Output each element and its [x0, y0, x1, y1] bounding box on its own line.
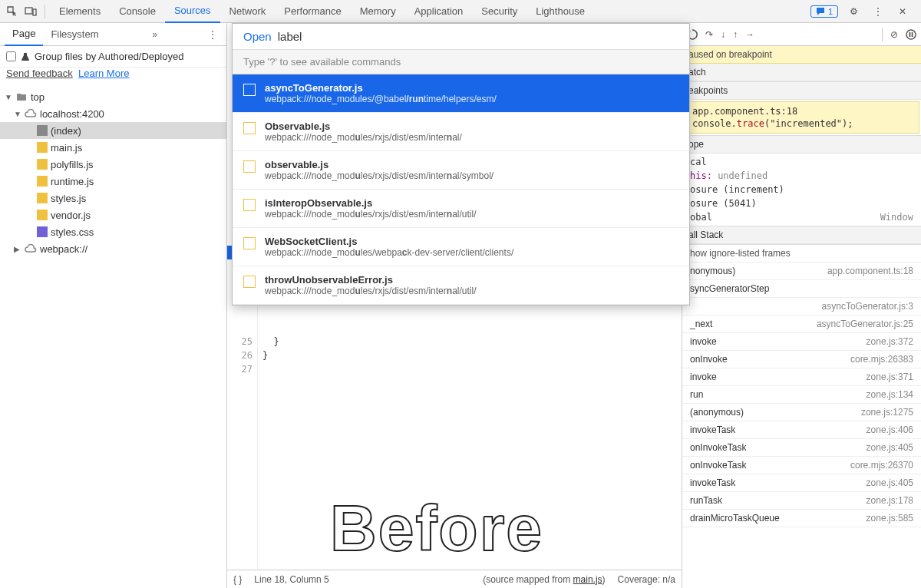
- scope-this: his: undefined: [682, 169, 921, 183]
- tree-node[interactable]: ▼top: [0, 88, 226, 105]
- stack-frame[interactable]: (anonymous)zone.js:1275: [682, 404, 921, 421]
- tree-node[interactable]: polyfills.js: [0, 156, 226, 173]
- svg-rect-0: [25, 8, 32, 14]
- call-stack: nonymous)app.component.ts:18syncGenerato…: [682, 263, 921, 588]
- scope-closure-2[interactable]: osure (5041): [682, 197, 921, 210]
- tree-node[interactable]: ▼localhost:4200: [0, 105, 226, 122]
- stack-frame[interactable]: invokeTaskzone.js:405: [682, 474, 921, 492]
- pretty-print-icon[interactable]: { }: [233, 574, 242, 585]
- stack-frame[interactable]: runTaskzone.js:178: [682, 492, 921, 510]
- stack-frame[interactable]: invokezone.js:371: [682, 368, 921, 386]
- group-files-checkbox[interactable]: [6, 51, 16, 61]
- quick-open-item[interactable]: asyncToGenerator.jswebpack:///node_modul…: [233, 74, 689, 113]
- group-files-checkbox-label[interactable]: Group files by Authored/Deployed: [6, 51, 220, 62]
- scope-global[interactable]: obalWindow: [682, 210, 921, 224]
- svg-point-2: [906, 30, 916, 39]
- close-icon[interactable]: ✕: [893, 2, 912, 21]
- quick-open-item[interactable]: isInteropObservable.jswebpack:///node_mo…: [233, 190, 689, 228]
- quick-open-item[interactable]: Observable.jswebpack:///node_modules/rxj…: [233, 113, 689, 151]
- navigator-tab-page[interactable]: Page: [5, 23, 43, 46]
- quick-open-header: Open: [233, 24, 689, 50]
- cursor-position: Line 18, Column 5: [254, 574, 328, 585]
- tab-security[interactable]: Security: [472, 0, 527, 23]
- quick-open-item[interactable]: throwUnobservableError.jswebpack:///node…: [233, 266, 689, 305]
- stack-frame[interactable]: syncGeneratorStep: [682, 280, 921, 298]
- tab-elements[interactable]: Elements: [50, 0, 110, 23]
- separator: [882, 28, 883, 41]
- group-files-bar: Group files by Authored/Deployed: [0, 46, 226, 68]
- inspect-icon[interactable]: [3, 2, 21, 21]
- mapped-file-link[interactable]: main.js: [573, 574, 602, 585]
- file-icon: [243, 276, 256, 288]
- step-out-icon[interactable]: ↑: [733, 29, 738, 40]
- step-over-icon[interactable]: ↷: [705, 29, 713, 40]
- tree-node[interactable]: runtime.js: [0, 173, 226, 190]
- source-mapped: (source mapped from main.js): [483, 574, 605, 585]
- kebab-icon[interactable]: ⋮: [869, 2, 887, 21]
- more-tabs-icon[interactable]: »: [147, 29, 162, 40]
- scope-closure-1[interactable]: osure (increment): [682, 183, 921, 197]
- quick-open-item[interactable]: observable.jswebpack:///node_modules/rxj…: [233, 151, 689, 190]
- learn-more-link[interactable]: Learn More: [78, 68, 129, 79]
- file-icon: [243, 237, 256, 249]
- devtools-topbar: ElementsConsoleSourcesNetworkPerformance…: [0, 0, 921, 23]
- svg-rect-4: [912, 32, 913, 37]
- quick-open-label: Open: [243, 30, 272, 43]
- stack-frame[interactable]: runzone.js:134: [682, 386, 921, 404]
- issues-badge[interactable]: 1: [810, 5, 838, 18]
- step-icon[interactable]: →: [745, 29, 754, 40]
- file-icon: [243, 199, 256, 211]
- bp-code: console.trace("incremented");: [692, 117, 913, 130]
- tab-console[interactable]: Console: [110, 0, 165, 23]
- editor-statusbar: { } Line 18, Column 5 (source mapped fro…: [227, 570, 682, 588]
- pause-exceptions-icon[interactable]: [906, 29, 916, 40]
- tab-network[interactable]: Network: [220, 0, 276, 23]
- navigator-links: Send feedback Learn More: [0, 68, 226, 85]
- navigator-tab-filesystem[interactable]: Filesystem: [43, 23, 106, 46]
- quick-open-item[interactable]: WebSocketClient.jswebpack:///node_module…: [233, 228, 689, 266]
- tree-node[interactable]: main.js: [0, 139, 226, 156]
- stack-frame[interactable]: invokezone.js:372: [682, 333, 921, 351]
- quick-open-input[interactable]: [278, 30, 678, 43]
- separator: [45, 5, 45, 18]
- tree-node[interactable]: styles.css: [0, 223, 226, 240]
- stack-frame[interactable]: _nextasyncToGenerator.js:25: [682, 315, 921, 333]
- tab-lighthouse[interactable]: Lighthouse: [527, 0, 594, 23]
- stack-frame[interactable]: invokeTaskzone.js:406: [682, 421, 921, 439]
- tree-node[interactable]: (index): [0, 122, 226, 139]
- scope-header[interactable]: ope: [682, 136, 921, 154]
- tree-node[interactable]: styles.js: [0, 190, 226, 206]
- tab-memory[interactable]: Memory: [351, 0, 405, 23]
- tab-application[interactable]: Application: [405, 0, 473, 23]
- device-toggle-icon[interactable]: [21, 2, 40, 21]
- step-into-icon[interactable]: ↓: [721, 29, 725, 40]
- stack-frame[interactable]: onInvokecore.mjs:26383: [682, 351, 921, 368]
- tree-node[interactable]: ▶webpack://: [0, 240, 226, 257]
- quick-open-results: asyncToGenerator.jswebpack:///node_modul…: [233, 74, 689, 305]
- navigator-pane: PageFilesystem»⋮ Group files by Authored…: [0, 23, 227, 588]
- ignore-listed-toggle[interactable]: how ignore-listed frames: [682, 245, 921, 263]
- send-feedback-link[interactable]: Send feedback: [6, 68, 73, 79]
- tab-sources[interactable]: Sources: [165, 0, 220, 23]
- tree-node[interactable]: vendor.js: [0, 206, 226, 223]
- debugger-pane: ↷ ↓ ↑ → ⊘ aused on breakpoint atch eakpo…: [682, 23, 921, 588]
- bp-file: app.component.ts:18: [692, 105, 913, 117]
- stack-frame[interactable]: onInvokeTaskcore.mjs:26370: [682, 457, 921, 474]
- breakpoint-item[interactable]: app.component.ts:18 console.trace("incre…: [684, 101, 919, 134]
- navigator-menu-icon[interactable]: ⋮: [203, 29, 222, 40]
- scope-local[interactable]: cal: [682, 155, 921, 169]
- stack-frame[interactable]: asyncToGenerator.js:3: [682, 298, 921, 315]
- breakpoints-header[interactable]: eakpoints: [682, 82, 921, 100]
- deactivate-bp-icon[interactable]: ⊘: [890, 29, 898, 40]
- callstack-header[interactable]: all Stack: [682, 226, 921, 244]
- top-right-controls: 1 ⚙ ⋮ ✕: [810, 2, 918, 21]
- quick-open-hint: Type '?' to see available commands: [233, 50, 689, 74]
- tab-performance[interactable]: Performance: [275, 0, 350, 23]
- stack-frame[interactable]: nonymous)app.component.ts:18: [682, 263, 921, 280]
- main-tabs: ElementsConsoleSourcesNetworkPerformance…: [50, 0, 810, 23]
- stack-frame[interactable]: drainMicroTaskQueuezone.js:585: [682, 510, 921, 527]
- navigator-tabs: PageFilesystem»⋮: [0, 23, 226, 46]
- settings-icon[interactable]: ⚙: [844, 2, 863, 21]
- watch-header[interactable]: atch: [682, 64, 921, 81]
- stack-frame[interactable]: onInvokeTaskzone.js:405: [682, 439, 921, 457]
